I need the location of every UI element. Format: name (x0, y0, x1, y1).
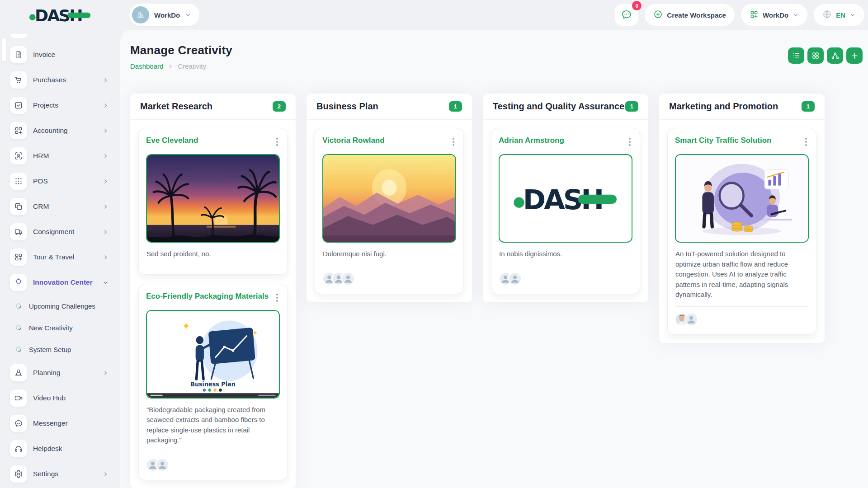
card-image-palm-sunset (146, 154, 280, 243)
sidebar-item-innovation-center[interactable]: Innovation Center (10, 270, 120, 295)
plus-circle-icon (653, 9, 663, 20)
kanban-card-eco-friendly-packaging[interactable]: Eco-Friendly Packaging Materials (138, 284, 288, 480)
grid-view-button[interactable] (807, 47, 824, 64)
avatar-placeholder (684, 313, 698, 326)
card-menu-button[interactable] (451, 136, 456, 148)
breadcrumb-dashboard-link[interactable]: Dashboard (130, 62, 163, 70)
card-title-link[interactable]: Adrian Armstrong (499, 136, 564, 145)
page-title: Manage Creativity (130, 43, 232, 57)
card-avatars (675, 313, 809, 326)
sidebar-item-settings[interactable]: Settings (10, 461, 120, 487)
sidebar-item-consignment[interactable]: Consignment (10, 219, 120, 244)
messages-button[interactable]: 0 (615, 4, 638, 26)
sidebar-item-helpdesk[interactable]: Helpdesk (10, 436, 120, 461)
column-header: Market Research 2 (130, 94, 296, 120)
sidebar-item-tour-travel[interactable]: Tour & Travel (10, 244, 120, 270)
chevron-down-icon (793, 12, 799, 18)
column-count-badge: 1 (802, 101, 815, 112)
kanban-column-market-research: Market Research 2 Eve Cleveland (130, 94, 296, 488)
globe-icon (822, 9, 832, 20)
check-square-icon (10, 97, 27, 114)
kanban-card-smart-city-traffic[interactable]: Smart City Traffic Solution (667, 128, 816, 335)
kanban-card-adrian-armstrong[interactable]: Adrian Armstrong DASH In nobis dig (491, 128, 640, 294)
bullet-icon (15, 324, 23, 332)
workspace-switcher[interactable]: WorkDo (129, 4, 199, 26)
sidebar-item-hrm[interactable]: HRM (10, 143, 120, 169)
headset-icon (10, 440, 27, 457)
chevron-right-icon (103, 254, 108, 260)
sidebar-item-projects[interactable]: Projects (10, 93, 120, 118)
lightbulb-icon (10, 274, 27, 291)
language-code: EN (836, 11, 845, 19)
breadcrumb-current: Creativity (178, 62, 206, 70)
avatar-placeholder (341, 272, 355, 286)
column-title: Marketing and Promotion (669, 101, 778, 112)
card-menu-button[interactable] (803, 136, 809, 148)
sidebar-item-crm[interactable]: CRM (10, 194, 120, 219)
sidebar-item-video-hub[interactable]: Video Hub (10, 385, 120, 411)
video-camera-icon (10, 389, 27, 407)
avatar-placeholder (508, 272, 522, 286)
chevron-right-icon (103, 471, 108, 477)
column-title: Business Plan (316, 101, 378, 112)
gear-icon (10, 465, 27, 483)
page-header: Manage Creativity Dashboard Creativity (130, 43, 863, 70)
column-header: Marketing and Promotion 1 (659, 94, 825, 120)
workspace-menu-button[interactable]: WorkDo (741, 4, 807, 26)
card-menu-button[interactable] (627, 136, 632, 148)
card-avatars (499, 272, 632, 286)
notification-badge: 0 (632, 1, 642, 10)
column-count-badge: 1 (625, 101, 638, 112)
chevron-right-icon (103, 204, 108, 210)
invoice-icon (10, 46, 27, 63)
sidebar-item-purchases[interactable]: Purchases (10, 67, 120, 93)
sidebar-scrollbar[interactable] (2, 38, 6, 61)
chevron-right-icon (103, 178, 108, 184)
bullet-icon (15, 302, 23, 310)
sidebar-subitem-system-setup[interactable]: System Setup (10, 338, 120, 360)
card-image-dash-logo: DASH (499, 154, 632, 243)
chevron-right-icon (103, 153, 108, 159)
workspace-menu-label: WorkDo (763, 11, 788, 19)
overlap-squares-icon (10, 198, 27, 215)
bullet-icon (15, 346, 23, 353)
sidebar-subitem-new-creativity[interactable]: New Creativity (10, 317, 120, 338)
chevron-right-icon (103, 128, 108, 134)
create-workspace-button[interactable]: Create Workspace (645, 4, 735, 26)
card-description: "Biodegradable packaging created from se… (146, 405, 279, 452)
card-title-link[interactable]: Victoria Rowland (322, 136, 385, 145)
card-title-link[interactable]: Eco-Friendly Packaging Materials (146, 291, 269, 301)
dash-logo-icon: DASH (29, 6, 91, 24)
column-header: Testing and Quality Assurance 1 (483, 94, 648, 120)
illustration-caption: Business Plan (190, 380, 236, 388)
hierarchy-view-button[interactable] (827, 47, 843, 64)
user-scan-icon (10, 147, 27, 164)
chevron-right-icon (103, 229, 108, 235)
card-menu-button[interactable] (274, 291, 280, 304)
card-image-business-plan-illustration: Business Plan (146, 310, 280, 399)
truck-icon (10, 223, 27, 240)
sidebar-item-invoice[interactable]: Invoice (10, 42, 120, 67)
chevron-down-icon (849, 12, 856, 18)
kanban-card-victoria-rowland[interactable]: Victoria Rowland (315, 128, 464, 294)
card-title-link[interactable]: Eve Cleveland (146, 136, 198, 145)
workspace-name: WorkDo (154, 11, 180, 19)
chevron-right-icon (168, 64, 173, 69)
avatar-placeholder (156, 458, 169, 472)
app-root: DASH WorkDo (0, 0, 868, 488)
card-menu-button[interactable] (274, 136, 280, 148)
dash-logo[interactable]: DASH (29, 6, 91, 24)
cart-icon (10, 71, 27, 89)
kanban-board: Market Research 2 Eve Cleveland (130, 94, 863, 488)
sidebar-item-accounting[interactable]: Accounting (10, 118, 120, 143)
language-button[interactable]: EN (814, 4, 864, 26)
sidebar-subitem-upcoming-challenges[interactable]: Upcoming Challenges (10, 295, 120, 317)
sidebar-item-pos[interactable]: POS (10, 169, 120, 194)
chat-icon (10, 415, 27, 432)
sidebar-item-planning[interactable]: Planning (10, 360, 120, 385)
list-view-button[interactable] (788, 47, 804, 64)
add-button[interactable] (846, 47, 863, 64)
sidebar-item-messenger[interactable]: Messenger (10, 411, 120, 436)
card-title-link[interactable]: Smart City Traffic Solution (675, 136, 771, 145)
kanban-card-eve-cleveland[interactable]: Eve Cleveland (138, 128, 288, 275)
